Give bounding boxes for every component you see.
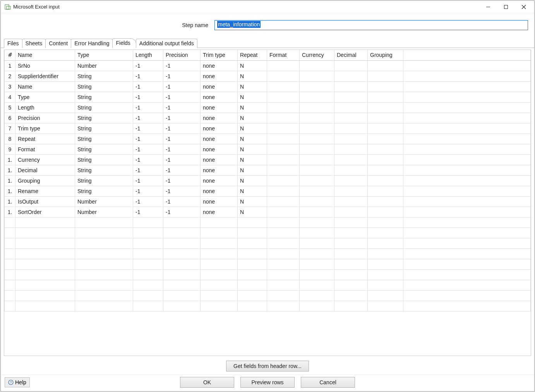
cell-length[interactable]: -1 — [133, 123, 163, 134]
tab-additional-output-fields[interactable]: Additional output fields — [136, 39, 197, 48]
col-decimal[interactable]: Decimal — [334, 50, 368, 60]
table-row-empty[interactable] — [5, 259, 531, 269]
cell-name[interactable]: Length — [15, 102, 75, 113]
cell-empty[interactable] — [368, 238, 403, 248]
cell-empty[interactable] — [334, 259, 368, 269]
cell-type[interactable]: Number — [75, 60, 133, 71]
cell-empty[interactable] — [238, 238, 267, 248]
cell-extra[interactable] — [403, 113, 531, 123]
table-row[interactable]: 7Trim typeString-1-1noneN — [5, 123, 531, 134]
cell-empty[interactable] — [403, 259, 531, 269]
cell-empty[interactable] — [334, 301, 368, 311]
cell-type[interactable]: String — [75, 71, 133, 81]
cell-format[interactable] — [267, 144, 300, 154]
cell-decimal[interactable] — [334, 102, 368, 113]
cell-name[interactable]: Decimal — [15, 165, 75, 175]
cell-empty[interactable] — [334, 269, 368, 280]
cell-length[interactable]: -1 — [133, 60, 163, 71]
cell-decimal[interactable] — [334, 207, 368, 217]
cell-format[interactable] — [267, 154, 300, 165]
cell-empty[interactable] — [163, 248, 201, 259]
cell-empty[interactable] — [15, 259, 75, 269]
col-repeat[interactable]: Repeat — [238, 50, 267, 60]
cell-repeat[interactable]: N — [238, 186, 267, 196]
cell-trim[interactable]: none — [201, 60, 238, 71]
cell-empty[interactable] — [368, 248, 403, 259]
cell-extra[interactable] — [403, 71, 531, 81]
cell-extra[interactable] — [403, 186, 531, 196]
col-precision[interactable]: Precision — [163, 50, 201, 60]
cell-empty[interactable] — [334, 248, 368, 259]
cell-precision[interactable]: -1 — [163, 165, 201, 175]
cell-decimal[interactable] — [334, 123, 368, 134]
cell-format[interactable] — [267, 71, 300, 81]
cell-grouping[interactable] — [368, 81, 403, 92]
cell-empty[interactable] — [15, 269, 75, 280]
cell-extra[interactable] — [403, 207, 531, 217]
cell-empty[interactable] — [15, 228, 75, 238]
cell-empty[interactable] — [368, 269, 403, 280]
cell-length[interactable]: -1 — [133, 134, 163, 144]
table-row[interactable]: 4TypeString-1-1noneN — [5, 92, 531, 102]
close-button[interactable] — [515, 1, 533, 13]
cell-num[interactable]: 1. — [5, 165, 15, 175]
cell-repeat[interactable]: N — [238, 102, 267, 113]
cell-currency[interactable] — [300, 81, 334, 92]
cell-empty[interactable] — [5, 269, 15, 280]
cell-extra[interactable] — [403, 144, 531, 154]
col-name[interactable]: Name — [15, 50, 75, 60]
cancel-button[interactable]: Cancel — [301, 377, 355, 388]
cell-empty[interactable] — [267, 269, 300, 280]
table-row-empty[interactable] — [5, 248, 531, 259]
cell-empty[interactable] — [163, 301, 201, 311]
cell-grouping[interactable] — [368, 123, 403, 134]
cell-repeat[interactable]: N — [238, 175, 267, 186]
cell-extra[interactable] — [403, 60, 531, 71]
cell-empty[interactable] — [75, 228, 133, 238]
cell-extra[interactable] — [403, 154, 531, 165]
cell-length[interactable]: -1 — [133, 154, 163, 165]
cell-empty[interactable] — [300, 259, 334, 269]
cell-decimal[interactable] — [334, 92, 368, 102]
cell-name[interactable]: Format — [15, 144, 75, 154]
cell-empty[interactable] — [15, 238, 75, 248]
cell-num[interactable]: 8 — [5, 134, 15, 144]
table-row[interactable]: 5LengthString-1-1noneN — [5, 102, 531, 113]
cell-type[interactable]: String — [75, 186, 133, 196]
cell-empty[interactable] — [403, 217, 531, 228]
col-format[interactable]: Format — [267, 50, 300, 60]
cell-precision[interactable]: -1 — [163, 186, 201, 196]
cell-length[interactable]: -1 — [133, 175, 163, 186]
cell-type[interactable]: String — [75, 81, 133, 92]
table-row-empty[interactable] — [5, 290, 531, 301]
cell-repeat[interactable]: N — [238, 165, 267, 175]
table-row-empty[interactable] — [5, 217, 531, 228]
cell-empty[interactable] — [300, 228, 334, 238]
cell-currency[interactable] — [300, 144, 334, 154]
cell-empty[interactable] — [15, 217, 75, 228]
cell-decimal[interactable] — [334, 196, 368, 207]
cell-name[interactable]: Grouping — [15, 175, 75, 186]
cell-empty[interactable] — [201, 290, 238, 301]
cell-type[interactable]: String — [75, 92, 133, 102]
cell-empty[interactable] — [75, 269, 133, 280]
cell-empty[interactable] — [334, 228, 368, 238]
cell-currency[interactable] — [300, 134, 334, 144]
table-row[interactable]: 1.SortOrderNumber-1-1noneN — [5, 207, 531, 217]
cell-empty[interactable] — [403, 269, 531, 280]
cell-decimal[interactable] — [334, 186, 368, 196]
cell-num[interactable]: 6 — [5, 113, 15, 123]
col-num[interactable]: #̂ — [5, 50, 15, 60]
cell-empty[interactable] — [163, 290, 201, 301]
cell-length[interactable]: -1 — [133, 113, 163, 123]
cell-length[interactable]: -1 — [133, 207, 163, 217]
table-row[interactable]: 1.IsOutputNumber-1-1noneN — [5, 196, 531, 207]
cell-currency[interactable] — [300, 102, 334, 113]
cell-empty[interactable] — [201, 259, 238, 269]
cell-empty[interactable] — [201, 228, 238, 238]
cell-num[interactable]: 1. — [5, 196, 15, 207]
cell-empty[interactable] — [403, 301, 531, 311]
cell-empty[interactable] — [300, 301, 334, 311]
cell-currency[interactable] — [300, 175, 334, 186]
cell-empty[interactable] — [75, 280, 133, 290]
